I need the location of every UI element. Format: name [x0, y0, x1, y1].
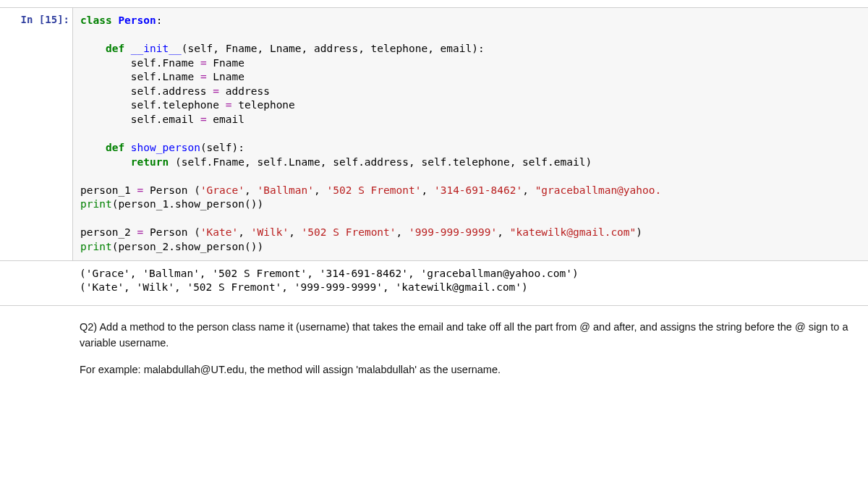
class-name: Person: [118, 14, 156, 26]
kw-def: def: [106, 142, 124, 153]
code-cell: In [15]: class Person: def __init__(self…: [0, 7, 868, 261]
input-prompt: In [15]:: [0, 8, 72, 260]
markdown-area[interactable]: Q2) Add a method to the person class nam…: [72, 316, 868, 380]
kw-def: def: [106, 43, 124, 54]
output-area: ('Grace', 'Ballman', '502 S Fremont', '3…: [72, 261, 868, 305]
fn-show-person: show_person: [131, 142, 200, 153]
question-example: For example: malabdullah@UT.edu, the met…: [80, 362, 858, 378]
print: print: [80, 241, 112, 252]
print: print: [80, 198, 112, 210]
question-text: Q2) Add a method to the person class nam…: [80, 319, 858, 351]
init-params: (self, Fname, Lname, address, telephone,…: [182, 43, 485, 54]
kw-return: return: [131, 156, 169, 168]
fn-init: __init__: [131, 43, 182, 54]
markdown-cell: Q2) Add a method to the person class nam…: [0, 305, 868, 391]
prompt-close: ]:: [57, 14, 69, 25]
output-line: ('Grace', 'Ballman', '502 S Fremont', '3…: [80, 268, 579, 279]
prompt-label: In [: [21, 14, 46, 25]
code-input[interactable]: class Person: def __init__(self, Fname, …: [72, 8, 868, 260]
output-prompt: [0, 261, 72, 305]
prompt-number: 15: [45, 14, 57, 25]
output-line: ('Kate', 'Wilk', '502 S Fremont', '999-9…: [80, 281, 528, 293]
kw-class: class: [80, 14, 112, 26]
output-cell: ('Grace', 'Ballman', '502 S Fremont', '3…: [0, 261, 868, 305]
markdown-prompt: [0, 316, 72, 380]
